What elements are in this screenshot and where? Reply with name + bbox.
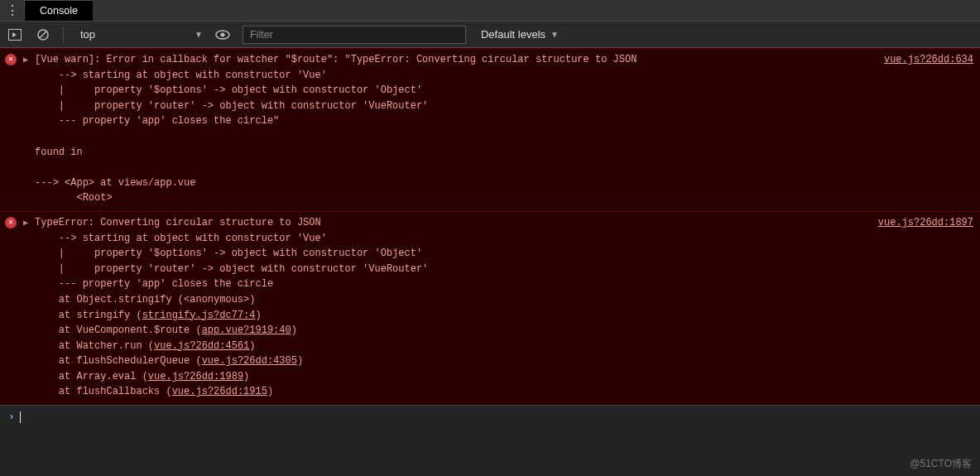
error-icon: ✕ <box>5 217 17 228</box>
source-link[interactable]: vue.js?26dd:634 <box>884 54 973 65</box>
watermark: @51CTO博客 <box>910 457 972 471</box>
svg-line-3 <box>40 31 46 38</box>
chevron-down-icon: ▼ <box>550 30 559 39</box>
expand-arrow-icon[interactable]: ▶ <box>23 218 28 228</box>
filter-input[interactable] <box>243 26 466 44</box>
stack-link[interactable]: stringify.js?dc77:4 <box>142 310 256 321</box>
console-prompt[interactable]: › <box>0 405 980 428</box>
context-selector[interactable]: top ▼ <box>75 28 203 41</box>
console-error-row: ✕ ▶ [Vue warn]: Error in callback for wa… <box>0 48 980 211</box>
log-levels-selector[interactable]: Default levels ▼ <box>478 28 559 41</box>
stack-link[interactable]: vue.js?26dd:4305 <box>202 355 297 367</box>
stack-link[interactable]: vue.js?26dd:4561 <box>154 340 249 352</box>
tab-bar: ⋮ Console <box>0 0 980 22</box>
text-cursor <box>20 411 21 423</box>
error-message: [Vue warn]: Error in callback for watche… <box>35 52 877 206</box>
stack-link[interactable]: vue.js?26dd:1989 <box>148 371 243 382</box>
console-messages: ✕ ▶ [Vue warn]: Error in callback for wa… <box>0 48 980 405</box>
chevron-down-icon: ▼ <box>195 30 203 39</box>
error-message: TypeError: Converting circular structure… <box>35 215 872 400</box>
source-link[interactable]: vue.js?26dd:1897 <box>878 217 973 228</box>
clear-console-icon[interactable] <box>35 26 51 43</box>
expand-arrow-icon[interactable]: ▶ <box>23 55 28 65</box>
toolbar-separator <box>63 26 64 43</box>
svg-point-5 <box>220 32 224 36</box>
stack-link[interactable]: app.vue?1919:40 <box>202 325 291 336</box>
toggle-drawer-icon[interactable] <box>7 26 23 43</box>
tab-console[interactable]: Console <box>25 0 93 21</box>
console-toolbar: top ▼ Default levels ▼ <box>0 22 980 48</box>
stack-link[interactable]: vue.js?26dd:1915 <box>172 386 267 397</box>
kebab-menu-icon[interactable]: ⋮ <box>0 0 25 21</box>
svg-marker-1 <box>12 32 17 37</box>
console-error-row: ✕ ▶ TypeError: Converting circular struc… <box>0 211 980 405</box>
error-icon: ✕ <box>5 54 17 65</box>
levels-label: Default levels <box>481 28 545 41</box>
prompt-chevron-icon: › <box>8 411 15 423</box>
context-label: top <box>80 28 95 41</box>
live-expression-icon[interactable] <box>214 26 231 43</box>
